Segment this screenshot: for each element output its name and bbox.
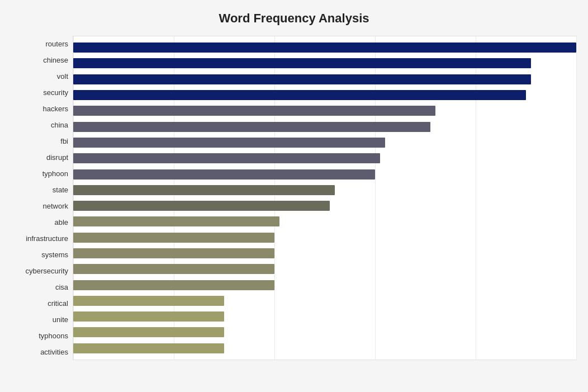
y-label: infrastructure <box>26 232 68 246</box>
bar <box>73 327 224 337</box>
bar <box>73 280 274 290</box>
bar <box>73 106 435 116</box>
y-label: able <box>54 215 68 230</box>
bars-wrapper <box>73 36 576 360</box>
y-label: fbi <box>60 134 68 149</box>
bar-row <box>73 232 576 244</box>
bar <box>73 248 274 258</box>
bar-row <box>73 136 576 149</box>
y-label: typhoons <box>39 329 68 343</box>
bar-row <box>73 200 576 212</box>
bar-row <box>73 215 576 228</box>
bar-row <box>73 57 576 69</box>
bar <box>73 138 385 148</box>
y-label: systems <box>41 248 68 262</box>
bar <box>73 185 335 195</box>
y-label: volt <box>57 69 68 84</box>
y-label: typhoon <box>42 167 68 181</box>
chart-area: routerschinesevoltsecurityhackerschinafb… <box>11 36 577 360</box>
bar-row <box>73 121 576 133</box>
bar-row <box>73 152 576 164</box>
bar-row <box>73 247 576 259</box>
y-label: routers <box>46 37 68 51</box>
y-label: activities <box>40 345 68 360</box>
bar <box>73 122 430 132</box>
y-label: cybersecurity <box>25 264 68 278</box>
bar-row <box>73 73 576 86</box>
y-label: cisa <box>55 280 68 295</box>
y-labels: routerschinesevoltsecurityhackerschinafb… <box>11 36 73 360</box>
bar <box>73 74 531 84</box>
bar-row <box>73 105 576 117</box>
bar <box>73 201 330 211</box>
grid-line <box>576 36 577 360</box>
bar-row <box>73 263 576 275</box>
bar <box>73 216 279 226</box>
bar-row <box>73 342 576 355</box>
y-label: hackers <box>42 102 68 116</box>
y-label: critical <box>48 296 68 311</box>
y-label: unite <box>53 313 68 327</box>
bar-row <box>73 41 576 54</box>
bar-row <box>73 310 576 323</box>
bar <box>73 58 531 68</box>
bar <box>73 42 576 53</box>
chart-container: Word Frequency Analysis routerschinesevo… <box>0 0 588 392</box>
bar-row <box>73 326 576 338</box>
chart-title: Word Frequency Analysis <box>11 6 577 36</box>
bars-section <box>73 36 577 360</box>
bar <box>73 233 274 243</box>
bar-row <box>73 184 576 196</box>
bar <box>73 343 224 353</box>
bar <box>73 169 375 180</box>
bar <box>73 264 274 274</box>
bar <box>73 311 224 322</box>
bar-row <box>73 279 576 291</box>
y-label: china <box>51 118 68 133</box>
y-label: security <box>43 86 68 100</box>
y-label: network <box>42 199 68 214</box>
y-label: disrupt <box>46 150 68 165</box>
y-label: chinese <box>43 53 68 68</box>
bar <box>73 296 224 306</box>
bar-row <box>73 89 576 101</box>
y-label: state <box>53 183 68 197</box>
bar-row <box>73 168 576 181</box>
bar-row <box>73 295 576 307</box>
bar <box>73 90 526 100</box>
bar <box>73 153 380 163</box>
